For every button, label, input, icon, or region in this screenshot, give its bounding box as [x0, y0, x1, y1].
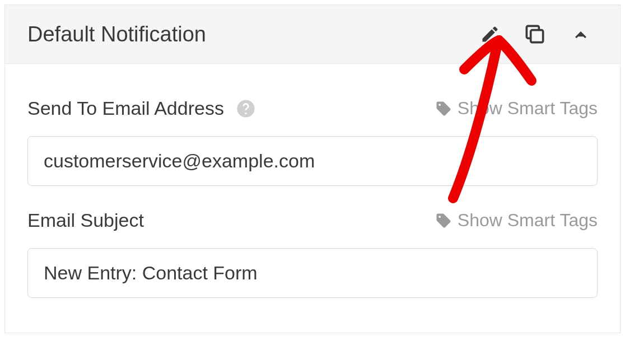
- subject-smart-tags[interactable]: Show Smart Tags: [435, 210, 598, 231]
- copy-button[interactable]: [523, 22, 547, 46]
- chevron-up-icon: [570, 23, 592, 45]
- panel-header: Default Notification: [5, 5, 620, 64]
- panel-body: Send To Email Address Show Smart Tags: [5, 64, 620, 333]
- send-to-input[interactable]: [27, 136, 598, 186]
- send-to-label-text: Send To Email Address: [27, 97, 224, 119]
- send-to-label: Send To Email Address: [27, 97, 255, 119]
- copy-icon: [523, 22, 547, 46]
- tag-icon: [435, 212, 452, 229]
- subject-input[interactable]: [27, 248, 598, 298]
- send-to-smart-tags-label: Show Smart Tags: [458, 98, 598, 119]
- panel-title: Default Notification: [27, 22, 480, 46]
- subject-field-group: Email Subject Show Smart Tags: [27, 209, 598, 298]
- subject-label-text: Email Subject: [27, 209, 144, 231]
- send-to-field-group: Send To Email Address Show Smart Tags: [27, 97, 598, 186]
- subject-smart-tags-label: Show Smart Tags: [458, 210, 598, 231]
- collapse-button[interactable]: [570, 23, 592, 45]
- help-icon: [236, 99, 255, 118]
- subject-label-row: Email Subject Show Smart Tags: [27, 209, 598, 231]
- send-to-help[interactable]: [236, 99, 255, 118]
- edit-button[interactable]: [480, 24, 500, 44]
- send-to-label-row: Send To Email Address Show Smart Tags: [27, 97, 598, 119]
- notification-panel: Default Notification: [4, 4, 621, 333]
- pencil-icon: [480, 24, 500, 44]
- subject-label: Email Subject: [27, 209, 144, 231]
- tag-icon: [435, 100, 452, 117]
- svg-rect-0: [531, 30, 543, 43]
- send-to-smart-tags[interactable]: Show Smart Tags: [435, 98, 598, 119]
- panel-header-actions: [480, 22, 592, 46]
